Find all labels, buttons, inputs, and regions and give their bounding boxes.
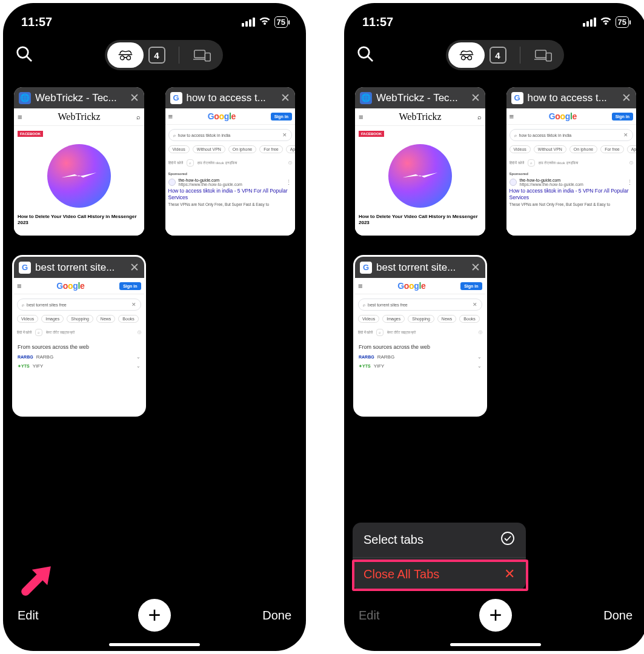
svg-line-8 (368, 56, 372, 61)
svg-line-1 (27, 56, 31, 61)
tab-grid: 🌐 WebTrickz - Tec... ✕ ≡WebTrickz⌕ FACEB… (3, 70, 306, 432)
edit-menu-popup: Select tabs Close All Tabs ✕ (353, 523, 526, 590)
tab-card[interactable]: G how to access t... ✕ ≡GoogleSign in ⌕h… (165, 87, 296, 236)
svg-rect-11 (535, 50, 546, 58)
tab-card[interactable]: 🌐 WebTrickz - Tec... ✕ ≡WebTrickz⌕ FACEB… (14, 87, 144, 236)
search-icon[interactable] (356, 45, 374, 65)
wifi-icon (259, 15, 271, 29)
svg-point-2 (120, 56, 124, 59)
tab-grid: 🌐 WebTrickz - Tec... ✕ ≡WebTrickz⌕ FACEB… (344, 70, 644, 432)
favicon: G (19, 262, 31, 274)
favicon: 🌐 (19, 92, 31, 104)
top-bar: 4 (344, 40, 644, 70)
favicon: G (511, 92, 523, 104)
close-icon[interactable]: ✕ (471, 91, 480, 105)
tab-title: best torrent site... (376, 262, 466, 274)
svg-rect-13 (546, 53, 551, 61)
bottom-bar: Edit + Done (344, 590, 644, 651)
messenger-icon (47, 144, 111, 208)
close-icon[interactable]: ✕ (281, 91, 290, 105)
incognito-tab-group[interactable] (448, 42, 485, 68)
svg-point-9 (461, 56, 465, 59)
phone-right: 11:57 75 4 🌐 WebTrickz - Tec... ✕ (344, 3, 644, 651)
tab-preview: ≡GoogleSign in ⌕best torrent sites free✕… (14, 278, 144, 415)
tab-preview: ≡GoogleSign in ⌕best torrent sites free✕… (355, 278, 485, 415)
edit-button[interactable]: Edit (359, 609, 379, 623)
favicon: G (170, 92, 182, 104)
battery-icon: 75 (616, 16, 629, 28)
favicon: 🌐 (360, 92, 372, 104)
battery-icon: 75 (274, 16, 288, 28)
svg-rect-4 (194, 50, 205, 58)
home-indicator[interactable] (109, 643, 200, 646)
select-tabs-button[interactable]: Select tabs (353, 523, 526, 558)
status-bar: 11:57 75 (344, 3, 644, 29)
messenger-icon (388, 144, 452, 208)
open-tabs-count[interactable]: 4 (148, 47, 165, 64)
edit-button[interactable]: Edit (18, 609, 38, 623)
devices-tab-group[interactable] (184, 42, 221, 68)
tab-title: how to access t... (187, 92, 277, 104)
tab-preview: ≡WebTrickz⌕ FACEBOOK How to Delete Your … (355, 108, 485, 236)
search-icon[interactable] (15, 45, 33, 65)
close-icon[interactable]: ✕ (471, 260, 480, 274)
favicon: G (360, 262, 372, 274)
separator (520, 47, 520, 64)
tab-card[interactable]: G how to access t... ✕ ≡GoogleSign in ⌕h… (506, 87, 637, 236)
signal-icon (583, 18, 596, 27)
close-icon[interactable]: ✕ (130, 91, 139, 105)
close-all-tabs-button[interactable]: Close All Tabs ✕ (353, 558, 526, 590)
tab-card-active[interactable]: G best torrent site... ✕ ≡GoogleSign in … (14, 257, 144, 415)
top-bar: 4 (3, 40, 306, 70)
svg-rect-6 (205, 53, 210, 61)
tab-preview: ≡GoogleSign in ⌕how to access tiktok in … (506, 108, 637, 236)
separator (179, 47, 179, 64)
close-icon: ✕ (504, 566, 515, 582)
close-icon[interactable]: ✕ (130, 260, 139, 274)
devices-tab-group[interactable] (525, 42, 562, 68)
clock: 11:57 (21, 15, 52, 29)
done-button[interactable]: Done (262, 609, 291, 623)
tab-group-switcher: 4 (105, 40, 223, 70)
tab-preview: ≡GoogleSign in ⌕how to access tiktok in … (165, 108, 296, 236)
clock: 11:57 (362, 15, 393, 29)
phone-left: 11:57 75 4 🌐 WebTrickz - Tec... (3, 3, 306, 651)
incognito-tab-group[interactable] (107, 42, 144, 68)
open-tabs-count[interactable]: 4 (490, 47, 506, 64)
status-bar: 11:57 75 (3, 3, 306, 29)
new-tab-button[interactable]: + (138, 599, 171, 632)
tab-preview: ≡WebTrickz⌕ FACEBOOK How to Delete Your … (14, 108, 144, 236)
tab-title: WebTrickz - Tec... (35, 92, 125, 104)
checkmark-circle-icon (500, 531, 515, 549)
new-tab-button[interactable]: + (479, 599, 512, 632)
tab-card[interactable]: 🌐 WebTrickz - Tec... ✕ ≡WebTrickz⌕ FACEB… (355, 87, 485, 236)
wifi-icon (600, 15, 612, 29)
tab-group-switcher: 4 (446, 40, 564, 70)
done-button[interactable]: Done (603, 609, 632, 623)
svg-point-3 (127, 56, 130, 59)
svg-point-14 (502, 532, 514, 544)
signal-icon (242, 18, 255, 27)
bottom-bar: Edit + Done (3, 590, 306, 651)
tab-title: best torrent site... (35, 262, 125, 274)
tab-card-active[interactable]: G best torrent site... ✕ ≡GoogleSign in … (355, 257, 485, 415)
tab-title: how to access t... (528, 92, 618, 104)
close-icon[interactable]: ✕ (622, 91, 631, 105)
tab-title: WebTrickz - Tec... (376, 92, 466, 104)
home-indicator[interactable] (450, 643, 541, 646)
svg-point-10 (468, 56, 471, 59)
